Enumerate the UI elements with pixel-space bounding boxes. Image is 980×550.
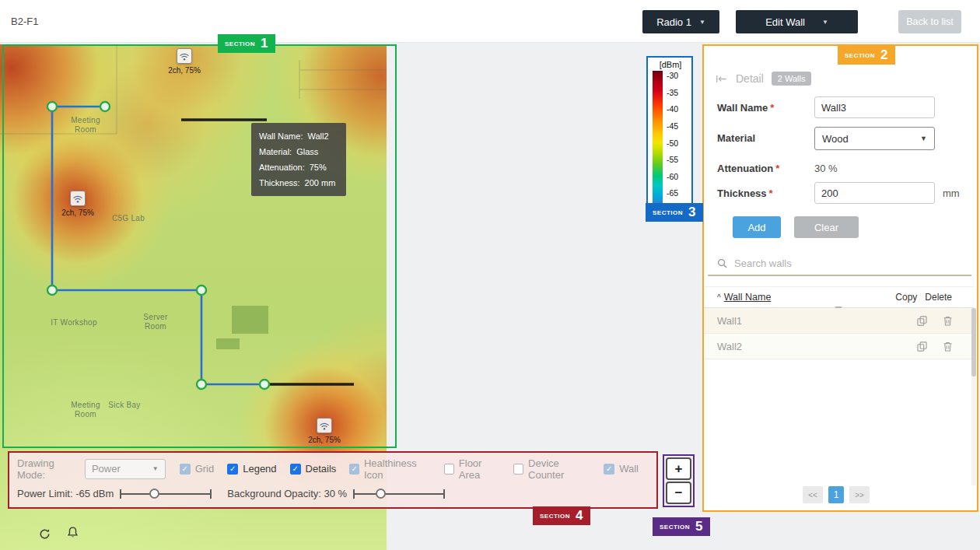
healthiness-checkbox-label: Healthiness Icon — [364, 457, 431, 481]
checkbox-group-grid: Grid — [180, 463, 215, 475]
tooltip-label: Thickness: — [259, 178, 300, 187]
topbar: B2-F1 Radio 1 ▼ Edit Wall ▼ Back to list — [0, 0, 980, 43]
section-3-badge: SECTION 3 — [646, 203, 703, 222]
wall-name-input[interactable] — [814, 96, 935, 118]
floor-area-checkbox[interactable] — [444, 464, 454, 475]
background-opacity-slider-thumb[interactable] — [376, 489, 386, 499]
wall-edit-panel: Detail 2 Walls Wall Name* Material Wood … — [702, 44, 978, 512]
legend-gradient-bar — [653, 71, 663, 215]
wall-row-name: Wall1 — [717, 315, 742, 327]
access-point[interactable]: 2ch, 75% — [299, 418, 349, 444]
legend-tick: -30 — [667, 71, 678, 80]
tooltip-label: Wall Name: — [259, 131, 303, 141]
legend-checkbox[interactable] — [227, 464, 238, 475]
wall-name-sort-header[interactable]: Wall Name — [724, 292, 772, 303]
wall-vertex[interactable] — [197, 380, 206, 389]
details-checkbox-label: Details — [306, 463, 337, 475]
thickness-input[interactable] — [814, 182, 935, 204]
zoom-in-button[interactable]: + — [666, 457, 691, 480]
section-badge-number: 2 — [880, 47, 887, 63]
section-badge-label: SECTION — [653, 209, 683, 216]
material-select[interactable]: Wood ▼ — [814, 127, 935, 150]
search-walls-input[interactable] — [734, 257, 971, 269]
app: Meeting Room C5G Lab IT Workshop Server … — [0, 0, 980, 550]
tooltip-value: 200 mm — [305, 178, 336, 187]
material-select-value: Wood — [822, 133, 849, 145]
thickness-unit: mm — [943, 187, 960, 199]
notifications-bell-button[interactable] — [67, 527, 79, 541]
checkbox-group-device-counter: Device Counter — [513, 457, 590, 481]
wall-table-row[interactable]: Wall1 — [704, 308, 974, 334]
edit-wall-button[interactable]: Edit Wall ▼ — [736, 10, 858, 33]
drawing-mode-select[interactable]: Power ▼ — [85, 459, 166, 479]
ap-label: 2ch, 75% — [299, 436, 349, 444]
wall-vertex[interactable] — [47, 286, 57, 295]
view-toolbar: Drawing Mode: Power ▼ Grid Legend Detail… — [8, 451, 658, 509]
wall-count-badge: 2 Walls — [772, 72, 812, 86]
healthiness-icon-checkbox[interactable] — [349, 464, 359, 475]
pagination-next-button[interactable]: >> — [849, 486, 870, 503]
signal-legend: [dBm] -30 -35 -40 -45 -50 -55 -60 -65 -7… — [646, 56, 693, 220]
drawn-wall-polyline[interactable] — [52, 107, 264, 384]
wall-vertex[interactable] — [47, 102, 57, 111]
wall-vertex[interactable] — [260, 380, 269, 389]
chevron-down-icon: ▼ — [699, 19, 705, 26]
collapse-detail-icon[interactable] — [716, 75, 728, 83]
drawing-mode-value: Power — [92, 463, 121, 475]
add-wall-button[interactable]: Add — [733, 216, 781, 238]
pagination-prev-button[interactable]: << — [803, 486, 823, 503]
chevron-down-icon: ▼ — [822, 19, 828, 26]
grid-checkbox-label: Grid — [195, 463, 215, 475]
panel-header: Detail 2 Walls — [716, 72, 811, 86]
device-counter-checkbox[interactable] — [513, 464, 523, 475]
floor-area-checkbox-label: Floor Area — [459, 457, 500, 481]
zoom-out-button[interactable]: − — [666, 482, 691, 504]
chevron-down-icon: ▼ — [920, 135, 927, 142]
wifi-icon — [177, 48, 192, 64]
checkbox-group-legend: Legend — [227, 463, 276, 475]
legend-tick: -40 — [667, 104, 678, 114]
wall-name-label: Wall Name* — [717, 102, 774, 114]
wall-row-name: Wall2 — [717, 341, 742, 352]
clear-button[interactable]: Clear — [794, 216, 859, 238]
checkbox-group-healthiness: Healthiness Icon — [349, 457, 431, 481]
attenuation-value: 30 % — [814, 163, 838, 174]
section-badge-number: 1 — [261, 36, 268, 51]
grid-checkbox[interactable] — [180, 464, 191, 475]
pagination-page-1-button[interactable]: 1 — [828, 486, 844, 503]
access-point[interactable]: 2ch, 75% — [53, 191, 103, 217]
chevron-down-icon: ▼ — [152, 465, 159, 472]
back-to-list-button[interactable]: Back to list — [898, 10, 961, 33]
detail-label: Detail — [736, 72, 764, 85]
copy-icon[interactable] — [917, 342, 927, 352]
radio-button-label: Radio 1 — [656, 16, 691, 28]
section-1-badge: SECTION 1 — [218, 34, 275, 53]
background-opacity-slider[interactable] — [353, 486, 445, 502]
field-label-text: Attenuation — [717, 163, 773, 174]
access-point[interactable]: 2ch, 75% — [159, 48, 209, 75]
field-label-text: Wall Name — [717, 102, 768, 114]
copy-icon[interactable] — [917, 316, 927, 326]
power-limit-label: Power Limit: -65 dBm — [17, 488, 114, 499]
tooltip-value: Glass — [296, 147, 318, 156]
panel-scrollbar[interactable] — [971, 308, 976, 485]
power-limit-slider[interactable] — [120, 486, 212, 502]
refresh-button[interactable] — [39, 528, 51, 542]
wall-vertex[interactable] — [197, 286, 206, 295]
delete-trash-icon[interactable] — [943, 342, 952, 352]
radio-select-button[interactable]: Radio 1 ▼ — [642, 10, 719, 33]
section-badge-label: SECTION — [540, 513, 570, 520]
scrollbar-thumb[interactable] — [971, 308, 976, 377]
tooltip-label: Material: — [259, 147, 292, 156]
wall-checkbox[interactable] — [604, 464, 614, 475]
details-checkbox[interactable] — [290, 464, 301, 475]
wall-checkbox-label: Wall — [619, 463, 639, 475]
wall-vertex[interactable] — [100, 102, 110, 111]
ap-label: 2ch, 75% — [53, 208, 103, 217]
power-limit-slider-thumb[interactable] — [149, 489, 159, 499]
legend-tick: -60 — [667, 172, 678, 181]
legend-tick: -45 — [667, 121, 678, 131]
wifi-icon — [317, 418, 332, 433]
wall-table-row[interactable]: Wall2 — [704, 334, 974, 359]
delete-trash-icon[interactable] — [943, 316, 952, 326]
